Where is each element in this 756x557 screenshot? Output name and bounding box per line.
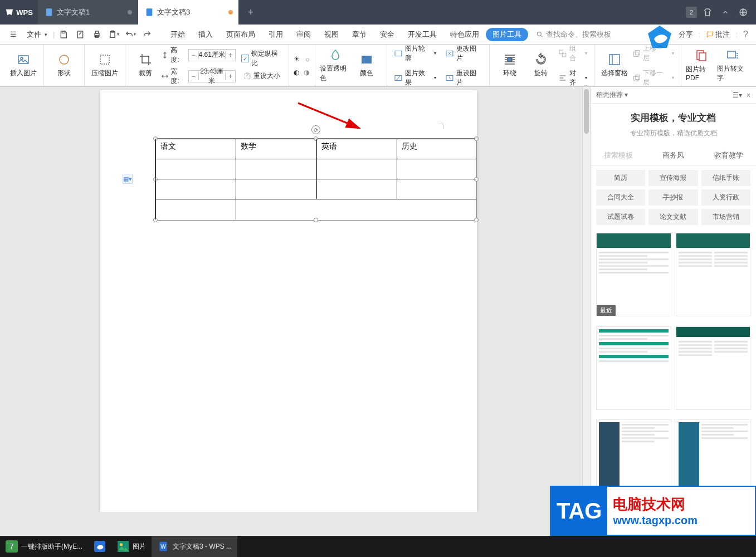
tab-insert[interactable]: 插入 bbox=[192, 25, 220, 45]
tab-security[interactable]: 安全 bbox=[373, 25, 401, 45]
print-icon[interactable] bbox=[89, 27, 105, 42]
category-thesis[interactable]: 论文文献 bbox=[648, 209, 698, 225]
collapse-button[interactable] bbox=[718, 5, 733, 19]
file-menu[interactable]: 文件▾ bbox=[22, 30, 52, 40]
layout-options-button[interactable]: ▦▾ bbox=[123, 174, 133, 184]
title-bar: WPS 文字文稿1 文字文稿3 + 2 bbox=[0, 0, 756, 25]
tab-review[interactable]: 审阅 bbox=[290, 25, 318, 45]
new-tab-button[interactable]: + bbox=[238, 0, 263, 25]
wrap-button[interactable]: 环绕 bbox=[494, 45, 525, 86]
category-poster[interactable]: 宣传海报 bbox=[648, 170, 698, 186]
template-thumb[interactable]: 最近 bbox=[596, 233, 671, 316]
paste-icon[interactable]: ▾ bbox=[106, 27, 121, 42]
svg-rect-24 bbox=[609, 55, 620, 65]
category-newspaper[interactable]: 手抄报 bbox=[648, 189, 698, 206]
notification-badge[interactable]: 2 bbox=[686, 7, 697, 18]
redo-icon[interactable] bbox=[139, 27, 155, 42]
modified-icon[interactable] bbox=[228, 10, 233, 14]
taskbar-item[interactable]: 7一键排版助手(MyE... bbox=[0, 536, 88, 557]
skin-button[interactable] bbox=[700, 5, 715, 19]
height-input[interactable]: −4.61厘米+ bbox=[188, 49, 236, 61]
image-outline-button[interactable]: 图片轮廓▾ bbox=[392, 43, 438, 64]
margin-corner-icon bbox=[438, 124, 443, 129]
reset-size-button[interactable]: 重设大小 bbox=[241, 70, 284, 82]
taskbar-item[interactable]: 图片 bbox=[111, 536, 152, 557]
height-row: 高度: −4.61厘米+ bbox=[161, 46, 236, 65]
svg-rect-25 bbox=[633, 52, 638, 56]
rotate-button[interactable]: 旋转 bbox=[525, 45, 557, 86]
rotate-handle[interactable]: ⟳ bbox=[311, 125, 320, 134]
shapes-button[interactable]: 形状 bbox=[48, 45, 80, 86]
tab-start[interactable]: 开始 bbox=[164, 25, 192, 45]
sidepanel-tab-business[interactable]: 商务风 bbox=[646, 146, 701, 165]
command-search[interactable]: 查找命令、搜索模板 bbox=[536, 30, 611, 40]
panel-menu-icon[interactable]: ☰▾ bbox=[733, 91, 742, 99]
tab-reference[interactable]: 引用 bbox=[262, 25, 290, 45]
select-pane-button[interactable]: 选择窗格 bbox=[599, 45, 630, 86]
color-button[interactable]: 颜色 bbox=[351, 45, 382, 86]
reset-image-button[interactable]: 重设图片 bbox=[443, 67, 485, 89]
app-brand: WPS bbox=[0, 8, 38, 17]
doc-tab-2[interactable]: 文字文稿3 bbox=[138, 0, 238, 25]
lock-ratio-checkbox[interactable]: ✓锁定纵横比 bbox=[241, 49, 284, 68]
taskbar-item[interactable] bbox=[88, 536, 111, 557]
brightness-down-icon[interactable]: ☼ bbox=[304, 55, 310, 63]
document-area[interactable]: ▦▾ ⟳ 语文 数学 英语 历史 bbox=[0, 87, 582, 512]
width-input[interactable]: −23.43厘米+ bbox=[188, 70, 236, 82]
insert-image-button[interactable]: 插入图片 bbox=[8, 45, 39, 86]
svg-text:W: W bbox=[160, 544, 166, 550]
undo-icon[interactable]: ▾ bbox=[123, 27, 138, 42]
tab-features[interactable]: 特色应用 bbox=[443, 25, 486, 45]
contrast-down-icon[interactable]: ◑ bbox=[304, 69, 309, 76]
tab-devtools[interactable]: 开发工具 bbox=[401, 25, 443, 45]
table-cell[interactable]: 数学 bbox=[236, 139, 316, 159]
panel-close-icon[interactable]: × bbox=[747, 91, 750, 99]
crop-button[interactable]: 裁剪 bbox=[130, 45, 161, 86]
save-icon[interactable] bbox=[56, 27, 71, 42]
category-resume[interactable]: 简历 bbox=[596, 170, 645, 186]
template-thumb[interactable] bbox=[676, 233, 751, 316]
print-preview-icon[interactable] bbox=[72, 27, 88, 42]
svg-rect-3 bbox=[62, 31, 65, 33]
image-to-text-button[interactable]: 图片转文字 bbox=[717, 45, 748, 86]
compress-image-button[interactable]: 压缩图片 bbox=[89, 45, 120, 86]
change-image-button[interactable]: 更改图片 bbox=[443, 43, 485, 64]
move-down-button: 下移一层▾ bbox=[630, 67, 676, 89]
comment-button[interactable]: 批注 bbox=[706, 30, 730, 40]
table-cell[interactable]: 英语 bbox=[316, 139, 397, 159]
close-icon[interactable] bbox=[128, 10, 132, 14]
tab-chapter[interactable]: 章节 bbox=[345, 25, 373, 45]
help-button[interactable]: ? bbox=[743, 30, 748, 40]
table: 语文 数学 英语 历史 bbox=[155, 139, 476, 219]
template-thumb[interactable] bbox=[676, 326, 751, 410]
set-transparent-button[interactable]: 设置透明色 bbox=[320, 45, 351, 86]
image-to-pdf-button[interactable]: 图片转PDF bbox=[686, 45, 717, 86]
category-exam[interactable]: 试题试卷 bbox=[596, 209, 645, 225]
overlay-watermark: TAG 电脑技术网 www.tagxp.com bbox=[550, 486, 756, 536]
share-button[interactable]: 分享 bbox=[679, 30, 693, 40]
category-contract[interactable]: 合同大全 bbox=[596, 189, 645, 206]
selected-object[interactable]: ⟳ 语文 数学 英语 历史 bbox=[155, 138, 477, 221]
sidepanel-tab-search[interactable]: 搜索模板 bbox=[591, 146, 646, 165]
category-hr[interactable]: 人资行政 bbox=[701, 189, 750, 206]
scroll-options-icon[interactable]: ⋯ bbox=[582, 82, 590, 88]
globe-icon[interactable] bbox=[736, 5, 750, 19]
hamburger-icon[interactable]: ☰ bbox=[6, 27, 21, 42]
tab-view[interactable]: 视图 bbox=[318, 25, 345, 45]
doc-tab-1[interactable]: 文字文稿1 bbox=[38, 0, 138, 25]
contrast-up-icon[interactable]: ◐ bbox=[294, 69, 299, 76]
image-effect-button[interactable]: 图片效果▾ bbox=[392, 67, 438, 89]
brightness-up-icon[interactable]: ☀ bbox=[294, 55, 300, 63]
svg-point-35 bbox=[120, 543, 123, 546]
vertical-scrollbar[interactable]: ⋯ bbox=[582, 87, 590, 512]
category-marketing[interactable]: 市场营销 bbox=[701, 209, 750, 225]
template-thumb[interactable] bbox=[596, 326, 671, 410]
table-cell[interactable]: 语文 bbox=[156, 139, 236, 159]
sidepanel-tab-education[interactable]: 教育教学 bbox=[701, 146, 756, 165]
tab-pagelayout[interactable]: 页面布局 bbox=[220, 25, 262, 45]
taskbar-item-active[interactable]: W文字文稿3 - WPS ... bbox=[152, 536, 237, 557]
category-letter[interactable]: 信纸手账 bbox=[701, 170, 750, 186]
scrollbar-thumb[interactable] bbox=[584, 89, 589, 134]
tab-image-tools[interactable]: 图片工具 bbox=[486, 28, 528, 41]
table-cell[interactable]: 历史 bbox=[397, 139, 476, 159]
